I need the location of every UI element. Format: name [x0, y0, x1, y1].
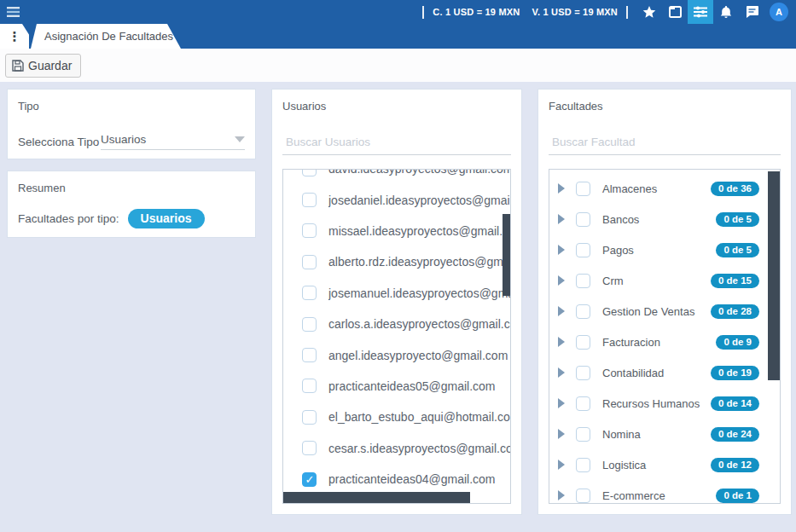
- faculty-list-item[interactable]: Logistica 0 de 12: [558, 449, 780, 480]
- user-list-item[interactable]: alberto.rdz.ideasyproyectos@gmail.com: [302, 246, 510, 277]
- user-checkbox[interactable]: [302, 286, 317, 300]
- facultades-vertical-scrollbar[interactable]: [768, 171, 780, 380]
- faculty-label: Contabilidad: [602, 367, 664, 379]
- user-list-item[interactable]: practicanteideas04@gmail.com: [302, 464, 510, 494]
- search-usuarios-input[interactable]: [282, 132, 511, 155]
- tune-settings-icon[interactable]: [688, 0, 713, 24]
- expand-arrow-icon[interactable]: [558, 398, 565, 408]
- faculty-checkbox[interactable]: [576, 458, 590, 472]
- chat-icon[interactable]: [739, 0, 764, 24]
- faculty-count-badge: 0 de 12: [711, 458, 759, 472]
- usuarios-horizontal-scrollbar[interactable]: [283, 492, 470, 503]
- faculty-list-item[interactable]: Recursos Humanos 0 de 14: [558, 388, 780, 419]
- faculty-list-item[interactable]: Bancos 0 de 5: [558, 204, 780, 234]
- user-list-item[interactable]: angel.ideasyproyecto@gmail.com: [302, 339, 510, 370]
- tab-close-icon[interactable]: ✕: [182, 31, 190, 43]
- expand-arrow-icon[interactable]: [558, 429, 565, 439]
- faculty-label: Bancos: [602, 213, 639, 226]
- tipo-select[interactable]: Usuarios: [101, 133, 245, 150]
- tab-asignacion-de-facultades[interactable]: Asignación De Facultades ✕: [31, 24, 181, 49]
- faculty-list-item[interactable]: Facturacion 0 de 9: [558, 327, 780, 357]
- user-list-item[interactable]: practicanteideas05@gmail.com: [302, 371, 510, 402]
- faculty-checkbox[interactable]: [576, 243, 590, 257]
- top-bar: C. 1 USD = 19 MXN V. 1 USD = 19 MXN A: [0, 0, 796, 24]
- user-email: josemanuel.ideasyproyectos@gmail.com: [328, 286, 510, 300]
- user-list-item[interactable]: josedaniel.ideasyproyectos@gmail.com: [302, 184, 510, 215]
- user-checkbox[interactable]: [302, 379, 317, 393]
- tipo-select-value: Usuarios: [101, 133, 146, 146]
- expand-arrow-icon[interactable]: [558, 214, 565, 224]
- user-list-item[interactable]: el_barto_estubo_aqui@hotmail.com: [302, 402, 510, 432]
- chevron-down-icon: [235, 136, 245, 142]
- expand-arrow-icon[interactable]: [558, 367, 565, 378]
- expand-arrow-icon[interactable]: [558, 275, 565, 286]
- expand-arrow-icon[interactable]: [558, 490, 565, 500]
- faculty-list-item[interactable]: Crm 0 de 15: [558, 265, 780, 296]
- usuarios-vertical-scrollbar[interactable]: [503, 214, 510, 296]
- user-list-item[interactable]: cesar.s.ideasyproyectos@gmail.co: [302, 433, 510, 464]
- faculty-checkbox[interactable]: [576, 212, 590, 227]
- user-checkbox[interactable]: [302, 193, 317, 207]
- avatar[interactable]: A: [770, 3, 788, 21]
- search-facultad-input[interactable]: [549, 132, 781, 155]
- faculty-checkbox[interactable]: [576, 366, 590, 380]
- faculty-checkbox[interactable]: [576, 304, 590, 319]
- user-checkbox[interactable]: [302, 223, 317, 238]
- expand-arrow-icon[interactable]: [558, 460, 565, 470]
- expand-arrow-icon[interactable]: [558, 337, 565, 347]
- tab-label: Asignación De Facultades: [44, 30, 173, 43]
- user-list-item[interactable]: josemanuel.ideasyproyectos@gmail.com: [302, 278, 510, 309]
- user-checkbox[interactable]: [302, 169, 317, 176]
- faculty-list-item[interactable]: Contabilidad 0 de 19: [558, 357, 780, 388]
- user-checkbox[interactable]: [302, 317, 317, 332]
- user-email: carlos.a.ideasyproyectos@gmail.com: [328, 317, 510, 331]
- usuarios-list: david.ideasyproyectos@gmail.com josedani…: [282, 169, 511, 504]
- expand-arrow-icon[interactable]: [558, 245, 565, 255]
- user-email: el_barto_estubo_aqui@hotmail.com: [328, 410, 510, 424]
- user-email: alberto.rdz.ideasyproyectos@gmail.com: [328, 255, 510, 269]
- faculty-checkbox[interactable]: [576, 335, 590, 350]
- faculty-list-item[interactable]: Gestion De Ventas 0 de 28: [558, 296, 780, 327]
- hamburger-menu-icon[interactable]: [7, 7, 20, 17]
- faculty-checkbox[interactable]: [576, 274, 590, 288]
- user-email: cesar.s.ideasyproyectos@gmail.co: [328, 442, 510, 455]
- user-email: josedaniel.ideasyproyectos@gmail.com: [328, 194, 510, 207]
- user-checkbox[interactable]: [302, 410, 317, 425]
- expand-arrow-icon[interactable]: [558, 183, 565, 194]
- faculty-count-badge: 0 de 36: [711, 182, 759, 196]
- save-button[interactable]: Guardar: [5, 54, 81, 78]
- user-list-item[interactable]: carlos.a.ideasyproyectos@gmail.com: [302, 309, 510, 339]
- facultades-list: Almacenes 0 de 36 Bancos 0 de 5 Pagos 0 …: [549, 169, 781, 504]
- faculty-count-badge: 0 de 15: [711, 274, 759, 288]
- user-email: angel.ideasyproyecto@gmail.com: [328, 349, 508, 362]
- faculty-checkbox[interactable]: [576, 396, 590, 411]
- faculty-checkbox[interactable]: [576, 489, 590, 503]
- faculty-label: E-commerce: [602, 489, 665, 502]
- expand-arrow-icon[interactable]: [558, 306, 565, 316]
- user-checkbox[interactable]: [302, 472, 317, 487]
- faculty-checkbox[interactable]: [576, 427, 590, 442]
- user-list-item[interactable]: david.ideasyproyectos@gmail.com: [302, 169, 510, 184]
- user-checkbox[interactable]: [302, 441, 317, 455]
- faculty-label: Nomina: [602, 428, 641, 441]
- faculty-list-item[interactable]: E-commerce 0 de 1: [558, 480, 780, 504]
- faculty-list-item[interactable]: Nomina 0 de 24: [558, 419, 780, 449]
- resumen-panel: Resumen Facultades por tipo: Usuarios: [7, 171, 256, 238]
- faculty-count-badge: 0 de 28: [711, 304, 759, 319]
- star-icon[interactable]: [636, 0, 662, 24]
- bell-icon[interactable]: [713, 0, 739, 24]
- window-icon[interactable]: [662, 0, 688, 24]
- tipo-panel: Tipo Selecciona Tipo Usuarios: [7, 89, 256, 159]
- exchange-rate-sell: V. 1 USD = 19 MXN: [532, 7, 618, 17]
- faculty-list-item[interactable]: Almacenes 0 de 36: [558, 173, 780, 204]
- faculty-list-item[interactable]: Pagos 0 de 5: [558, 234, 780, 265]
- user-list-item[interactable]: missael.ideasyproyectos@gmail.com: [302, 216, 510, 246]
- tipo-panel-title: Tipo: [18, 100, 245, 113]
- divider: [422, 6, 424, 19]
- user-checkbox[interactable]: [302, 255, 317, 269]
- usuarios-panel: Usuarios david.ideasyproyectos@gmail.com…: [271, 89, 522, 515]
- faculty-checkbox[interactable]: [576, 182, 590, 196]
- tipo-badge: Usuarios: [128, 209, 205, 228]
- faculty-count-badge: 0 de 1: [716, 489, 759, 503]
- user-checkbox[interactable]: [302, 348, 317, 362]
